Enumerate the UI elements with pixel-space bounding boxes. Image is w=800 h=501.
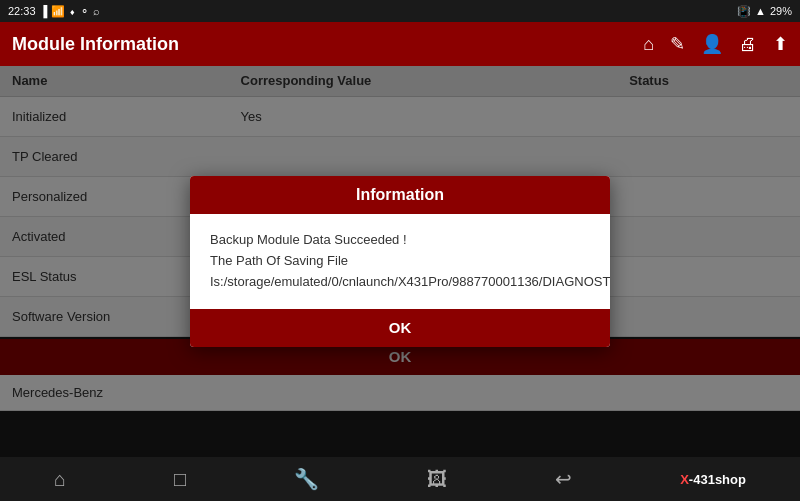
nav-diagnostics-icon[interactable]: 🔧 — [294, 467, 319, 491]
header-icons: ⌂ ✎ 👤 🖨 ⬆ — [643, 33, 788, 55]
modal-body: Backup Module Data Succeeded ! The Path … — [190, 214, 610, 308]
extra-icon: ⌕ — [93, 5, 100, 17]
nav-square-icon[interactable]: □ — [174, 468, 186, 491]
modal-header: Information — [190, 176, 610, 214]
nav-back-icon[interactable]: ↩ — [555, 467, 572, 491]
wifi-strength-icon: ▲ — [755, 5, 766, 17]
nav-home-icon[interactable]: ⌂ — [54, 468, 66, 491]
sim-icon: 📳 — [737, 5, 751, 18]
header: Module Information ⌂ ✎ 👤 🖨 ⬆ — [0, 22, 800, 66]
content-area: Name Corresponding Value Status Initiali… — [0, 66, 800, 457]
status-bar-left: 22:33 ▐ 📶 ⬧ ⚬ ⌕ — [8, 5, 100, 18]
usb-icon: ⚬ — [80, 5, 89, 18]
user-icon[interactable]: 👤 — [701, 33, 723, 55]
edit-icon[interactable]: ✎ — [670, 33, 685, 55]
bluetooth-icon: ⬧ — [69, 5, 76, 17]
modal-overlay: Information Backup Module Data Succeeded… — [0, 66, 800, 457]
time-display: 22:33 — [8, 5, 36, 17]
modal-ok-button[interactable]: OK — [190, 309, 610, 347]
battery-display: 29% — [770, 5, 792, 17]
bottom-nav: ⌂ □ 🔧 🖼 ↩ X-431shop — [0, 457, 800, 501]
modal-message-line2: The Path Of Saving File Is:/storage/emul… — [210, 251, 590, 293]
status-bar: 22:33 ▐ 📶 ⬧ ⚬ ⌕ 📳 ▲ 29% — [0, 0, 800, 22]
status-bar-right: 📳 ▲ 29% — [737, 5, 792, 18]
modal-title: Information — [356, 186, 444, 203]
brand-logo: X-431shop — [680, 472, 746, 487]
page-title: Module Information — [12, 34, 179, 55]
export-icon[interactable]: ⬆ — [773, 33, 788, 55]
print-icon[interactable]: 🖨 — [739, 34, 757, 55]
signal-icon: ▐ — [40, 5, 48, 17]
modal-message-line1: Backup Module Data Succeeded ! — [210, 230, 590, 251]
nav-image-icon[interactable]: 🖼 — [427, 468, 447, 491]
information-modal: Information Backup Module Data Succeeded… — [190, 176, 610, 346]
wifi-icon: 📶 — [51, 5, 65, 18]
home-icon[interactable]: ⌂ — [643, 34, 654, 55]
modal-ok-label: OK — [389, 319, 412, 336]
